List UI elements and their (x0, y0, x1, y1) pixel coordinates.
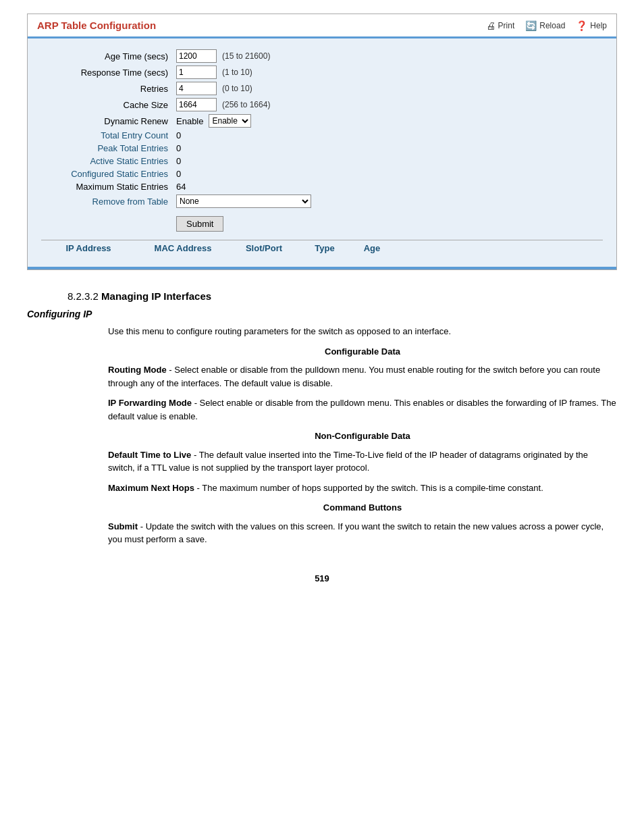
submit-description-paragraph: Submit - Update the switch with the valu… (108, 520, 617, 546)
intro-text: Use this menu to configure routing param… (108, 325, 617, 338)
arp-footer-bar (28, 267, 616, 269)
submit-row: Submit (176, 216, 603, 232)
retries-hint: (0 to 10) (222, 84, 252, 93)
age-time-row: Age Time (secs) (15 to 21600) (41, 49, 603, 63)
cache-size-row: Cache Size (256 to 1664) (41, 98, 603, 111)
print-button[interactable]: 🖨 Print (486, 20, 515, 31)
active-static-count: 0 (176, 156, 181, 166)
response-time-label: Response Time (secs) (41, 68, 176, 78)
print-icon: 🖨 (486, 20, 495, 31)
remove-from-table-select[interactable]: None (176, 194, 311, 208)
col-header-ip: IP Address (41, 243, 136, 253)
routing-mode-label: Routing Mode (108, 365, 167, 375)
cache-size-label: Cache Size (41, 100, 176, 110)
cache-size-value: (256 to 1664) (176, 98, 270, 111)
default-ttl-paragraph: Default Time to Live - The default value… (108, 448, 617, 475)
arp-body: Age Time (secs) (15 to 21600) Response T… (28, 38, 616, 267)
submit-description-label: Submit (108, 521, 138, 531)
active-static-value: 0 (176, 156, 181, 166)
submit-description-text: - Update the switch with the values on t… (108, 521, 603, 545)
routing-mode-paragraph: Routing Mode - Select enable or disable … (108, 363, 617, 390)
peak-total-value: 0 (176, 143, 181, 153)
default-ttl-label: Default Time to Live (108, 450, 191, 460)
remove-from-table-row: Remove from Table None (41, 194, 603, 208)
retries-input[interactable] (176, 82, 217, 95)
max-static-value: 64 (176, 182, 186, 192)
response-time-input[interactable] (176, 66, 217, 79)
retries-value: (0 to 10) (176, 82, 252, 95)
doc-intro: Use this menu to configure routing param… (108, 325, 617, 546)
subsection-title: Configuring IP (27, 309, 617, 319)
submit-button[interactable]: Submit (176, 216, 223, 232)
dynamic-renew-select[interactable]: Enable Disable (209, 114, 251, 128)
col-header-mac: MAC Address (136, 243, 230, 253)
age-time-hint: (15 to 21600) (222, 51, 270, 61)
cache-size-hint: (256 to 1664) (222, 100, 270, 109)
retries-row: Retries (0 to 10) (41, 82, 603, 95)
dynamic-renew-text: Enable (176, 116, 203, 126)
max-static-label: Maximum Static Entries (41, 182, 176, 192)
total-entry-label: Total Entry Count (41, 130, 176, 140)
arp-header: ARP Table Configuration 🖨 Print 🔄 Reload… (28, 14, 616, 38)
help-button[interactable]: ❓ Help (576, 20, 607, 31)
reload-icon: 🔄 (525, 20, 537, 31)
page-number: 519 (27, 573, 617, 583)
configured-static-label: Configured Static Entries (41, 169, 176, 179)
max-static-count: 64 (176, 182, 186, 192)
active-static-label: Active Static Entries (41, 156, 176, 166)
total-entry-row: Total Entry Count 0 (41, 130, 603, 140)
max-hops-text: - The maximum number of hops supported b… (197, 483, 543, 493)
arp-actions: 🖨 Print 🔄 Reload ❓ Help (486, 20, 607, 31)
help-icon: ❓ (576, 20, 587, 31)
ip-forwarding-label: IP Forwarding Mode (108, 398, 192, 408)
reload-button[interactable]: 🔄 Reload (525, 20, 565, 31)
response-time-hint: (1 to 10) (222, 68, 252, 77)
age-time-value: (15 to 21600) (176, 49, 270, 63)
section-number: 8.2.3.2 (68, 290, 99, 302)
retries-label: Retries (41, 84, 176, 94)
configured-static-row: Configured Static Entries 0 (41, 169, 603, 179)
col-header-age: Age (352, 243, 392, 253)
active-static-row: Active Static Entries 0 (41, 156, 603, 166)
cache-size-input[interactable] (176, 98, 217, 111)
total-entry-count: 0 (176, 130, 181, 140)
max-hops-label: Maximum Next Hops (108, 483, 194, 493)
help-label: Help (590, 21, 607, 30)
section-heading: 8.2.3.2 Managing IP Interfaces (68, 290, 617, 302)
peak-total-count: 0 (176, 143, 181, 153)
col-header-slot: Slot/Port (230, 243, 298, 253)
peak-total-label: Peak Total Entries (41, 143, 176, 153)
arp-table-header: IP Address MAC Address Slot/Port Type Ag… (41, 240, 603, 256)
dynamic-renew-label: Dynamic Renew (41, 116, 176, 126)
response-time-row: Response Time (secs) (1 to 10) (41, 66, 603, 79)
age-time-label: Age Time (secs) (41, 51, 176, 61)
arp-panel: ARP Table Configuration 🖨 Print 🔄 Reload… (27, 14, 617, 270)
remove-from-table-value: None (176, 194, 311, 208)
arp-panel-title: ARP Table Configuration (37, 20, 156, 31)
configured-static-count: 0 (176, 169, 181, 179)
configurable-data-heading: Configurable Data (108, 345, 617, 359)
remove-from-table-label: Remove from Table (41, 197, 176, 207)
reload-label: Reload (539, 21, 565, 30)
configured-static-value: 0 (176, 169, 181, 179)
age-time-input[interactable] (176, 49, 217, 63)
dynamic-renew-value: Enable Enable Disable (176, 114, 251, 128)
max-hops-paragraph: Maximum Next Hops - The maximum number o… (108, 481, 617, 495)
print-label: Print (498, 21, 515, 30)
peak-total-row: Peak Total Entries 0 (41, 143, 603, 153)
routing-mode-text: - Select enable or disable from the pull… (108, 365, 600, 388)
total-entry-value: 0 (176, 130, 181, 140)
section-title: Managing IP Interfaces (101, 290, 211, 302)
dynamic-renew-row: Dynamic Renew Enable Enable Disable (41, 114, 603, 128)
non-configurable-heading: Non-Configurable Data (108, 429, 617, 443)
response-time-value: (1 to 10) (176, 66, 252, 79)
command-buttons-heading: Command Buttons (108, 501, 617, 515)
max-static-row: Maximum Static Entries 64 (41, 182, 603, 192)
ip-forwarding-paragraph: IP Forwarding Mode - Select enable or di… (108, 396, 617, 423)
col-header-type: Type (298, 243, 352, 253)
